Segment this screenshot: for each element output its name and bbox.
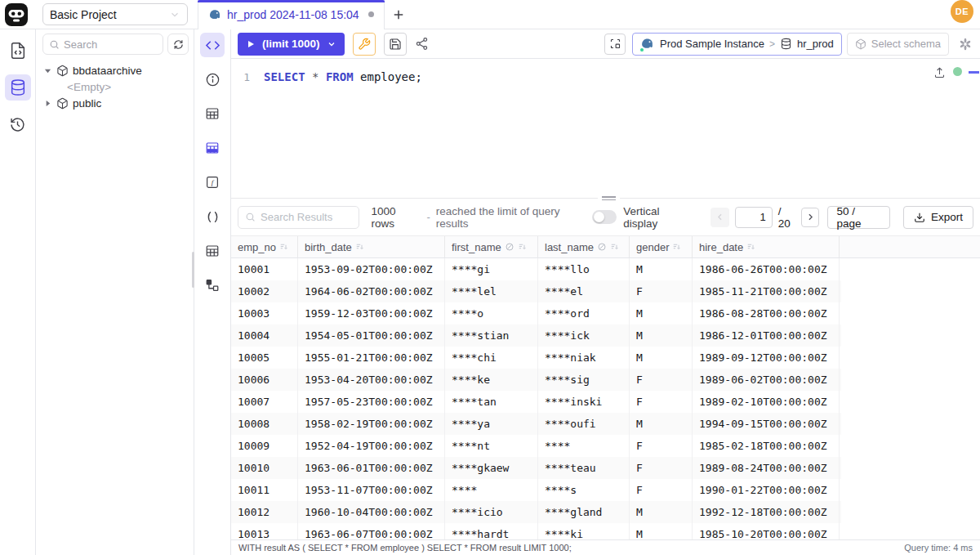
- table-cell[interactable]: 10001: [231, 258, 298, 280]
- table-cell[interactable]: ****teau: [538, 457, 630, 479]
- table-cell[interactable]: ****o: [445, 302, 538, 324]
- table-cell[interactable]: 1953-09-02T00:00:00Z: [298, 258, 445, 280]
- tree-item-bbdataarchive[interactable]: bbdataarchive: [42, 62, 189, 78]
- schema-selector[interactable]: Select schema: [847, 33, 949, 56]
- connection-breadcrumb[interactable]: Prod Sample Instance > hr_prod: [632, 33, 842, 56]
- table-cell[interactable]: F: [630, 391, 693, 413]
- history-icon[interactable]: [5, 111, 31, 137]
- functions-icon[interactable]: f: [200, 170, 225, 195]
- table-cell[interactable]: 1994-09-15T00:00:00Z: [693, 413, 840, 435]
- run-query-button[interactable]: (limit 1000): [238, 33, 345, 56]
- table-row[interactable]: 100121960-10-04T00:00:00Z****icio****gla…: [231, 501, 841, 523]
- table-cell[interactable]: F: [630, 369, 693, 391]
- table-cell[interactable]: 1953-11-07T00:00:00Z: [298, 479, 445, 501]
- sort-icon[interactable]: [746, 242, 756, 252]
- table-cell[interactable]: 10009: [231, 435, 298, 457]
- new-tab-button[interactable]: [385, 0, 412, 29]
- table-cell[interactable]: ****tan: [445, 391, 538, 413]
- table-cell[interactable]: 1990-01-22T00:00:00Z: [693, 479, 840, 501]
- external-tables-icon[interactable]: [200, 136, 225, 160]
- user-avatar[interactable]: DE: [951, 0, 973, 23]
- table-cell[interactable]: M: [630, 523, 693, 539]
- table-cell[interactable]: 1952-04-19T00:00:00Z: [298, 435, 445, 457]
- sql-editor[interactable]: 1 SELECT * FROM employee;: [231, 59, 980, 198]
- panel-resize-handle[interactable]: [598, 195, 620, 202]
- table-cell[interactable]: 1958-02-19T00:00:00Z: [298, 413, 445, 435]
- code-panel-icon[interactable]: [200, 33, 225, 57]
- table-cell[interactable]: ****ki: [538, 523, 630, 539]
- table-cell[interactable]: 10006: [231, 369, 298, 391]
- table-cell[interactable]: ****: [445, 479, 538, 501]
- table-cell[interactable]: 10007: [231, 391, 298, 413]
- table-cell[interactable]: 10010: [231, 457, 298, 479]
- table-cell[interactable]: ****sig: [538, 369, 630, 391]
- table-cell[interactable]: ****lel: [445, 280, 538, 302]
- save-button[interactable]: [384, 33, 407, 56]
- table-cell[interactable]: 1957-05-23T00:00:00Z: [298, 391, 445, 413]
- info-icon[interactable]: [200, 67, 225, 92]
- project-selector[interactable]: Basic Project: [42, 3, 188, 25]
- table-cell[interactable]: 1989-02-10T00:00:00Z: [693, 391, 840, 413]
- table-cell[interactable]: ****: [538, 435, 630, 457]
- table-cell[interactable]: 10003: [231, 302, 298, 324]
- vertical-display-toggle[interactable]: [592, 210, 617, 224]
- table-cell[interactable]: ****oufi: [538, 413, 630, 435]
- table-cell[interactable]: 1989-06-02T00:00:00Z: [693, 369, 840, 391]
- table-row[interactable]: 100031959-12-03T00:00:00Z****o****ordM19…: [231, 302, 841, 324]
- table-cell[interactable]: ****ick: [538, 324, 630, 347]
- upload-sheet-icon[interactable]: [933, 66, 946, 78]
- table-cell[interactable]: 10004: [231, 324, 298, 347]
- table-cell[interactable]: M: [630, 324, 693, 347]
- table-cell[interactable]: ****gkaew: [445, 457, 538, 479]
- table-cell[interactable]: ****el: [538, 280, 630, 302]
- table-cell[interactable]: ****s: [538, 479, 630, 501]
- batch-query-button[interactable]: [604, 34, 626, 55]
- table-row[interactable]: 100111953-11-07T00:00:00Z********sF1990-…: [231, 479, 841, 501]
- table-cell[interactable]: ****icio: [445, 501, 538, 523]
- table-cell[interactable]: M: [630, 347, 693, 369]
- table-cell[interactable]: M: [630, 501, 693, 523]
- table-row[interactable]: 100091952-04-19T00:00:00Z****nt****F1985…: [231, 435, 841, 457]
- table-cell[interactable]: 1955-01-21T00:00:00Z: [298, 347, 445, 369]
- table-cell[interactable]: ****gi: [445, 258, 538, 280]
- databases-icon[interactable]: [5, 74, 31, 101]
- table-cell[interactable]: F: [630, 479, 693, 501]
- explorer-scrollbar[interactable]: [192, 252, 194, 288]
- table-cell[interactable]: 10013: [231, 523, 298, 539]
- table-cell[interactable]: ****gland: [538, 501, 630, 523]
- table-row[interactable]: 100061953-04-20T00:00:00Z****ke****sigF1…: [231, 369, 841, 391]
- table-cell[interactable]: F: [630, 457, 693, 479]
- explorer-search-input[interactable]: [64, 38, 157, 51]
- page-size-selector[interactable]: 50 / page: [827, 206, 890, 229]
- views-icon[interactable]: [200, 239, 225, 263]
- table-cell[interactable]: M: [630, 302, 693, 324]
- results-search-input[interactable]: [261, 211, 352, 223]
- tab-hr-prod[interactable]: hr_prod 2024-11-08 15:04: [198, 0, 385, 29]
- sort-icon[interactable]: [518, 242, 528, 252]
- column-header-hire_date[interactable]: hire_date: [693, 236, 840, 257]
- format-sql-button[interactable]: [353, 33, 376, 56]
- column-header-gender[interactable]: gender: [630, 236, 693, 257]
- table-cell[interactable]: 1953-04-20T00:00:00Z: [298, 369, 445, 391]
- table-row[interactable]: 100081958-02-19T00:00:00Z****ya****oufiM…: [231, 413, 841, 435]
- table-cell[interactable]: ****nt: [445, 435, 538, 457]
- column-header-last_name[interactable]: last_name: [538, 236, 630, 257]
- table-cell[interactable]: 1954-05-01T00:00:00Z: [298, 324, 445, 347]
- table-cell[interactable]: 1986-12-01T00:00:00Z: [693, 324, 840, 347]
- column-header-first_name[interactable]: first_name: [445, 236, 538, 257]
- table-cell[interactable]: 1959-12-03T00:00:00Z: [298, 302, 445, 324]
- table-cell[interactable]: 1992-12-18T00:00:00Z: [693, 501, 840, 523]
- table-cell[interactable]: M: [630, 258, 693, 280]
- table-cell[interactable]: 1989-08-24T00:00:00Z: [693, 457, 840, 479]
- table-cell[interactable]: 1960-10-04T00:00:00Z: [298, 501, 445, 523]
- table-cell[interactable]: ****inski: [538, 391, 630, 413]
- table-cell[interactable]: ****stian: [445, 324, 538, 347]
- table-row[interactable]: 100041954-05-01T00:00:00Z****stian****ic…: [231, 324, 841, 347]
- table-cell[interactable]: 10005: [231, 347, 298, 369]
- page-number-input[interactable]: [735, 207, 773, 228]
- table-cell[interactable]: 1986-08-28T00:00:00Z: [693, 302, 840, 324]
- table-cell[interactable]: 1985-02-18T00:00:00Z: [693, 435, 840, 457]
- table-cell[interactable]: 1989-09-12T00:00:00Z: [693, 347, 840, 369]
- schema-diagram-icon[interactable]: [200, 273, 225, 298]
- table-cell[interactable]: ****ord: [538, 302, 630, 324]
